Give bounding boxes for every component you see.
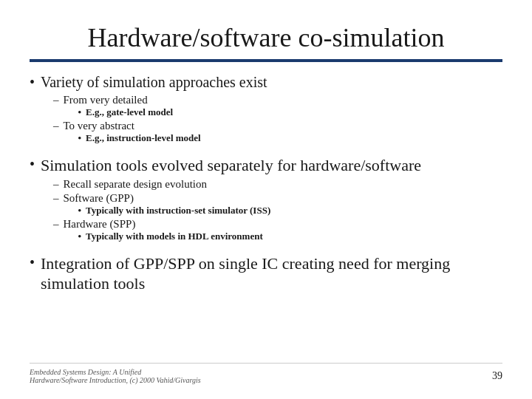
sub-sub-text-1-1-1: E.g., gate-level model xyxy=(86,106,173,118)
bullet-section-3: • Integration of GPP/SPP on single IC cr… xyxy=(30,254,502,296)
bullet-dot-2: • xyxy=(30,156,35,173)
sub-bullet-2-3: – Hardware (SPP) • Typically with models… xyxy=(53,218,502,242)
bullet-1-subs: – From very detailed • E.g., gate-level … xyxy=(53,94,502,144)
footer-line2: Hardware/Software Introduction, (c) 2000… xyxy=(30,376,201,384)
bullet-section-1: • Variety of simulation approaches exist… xyxy=(30,74,502,144)
slide-footer: Embedded Systems Design: A Unified Hardw… xyxy=(30,363,502,384)
sub-sub-1-2: • E.g., instruction-level model xyxy=(78,132,201,144)
sub-bullet-2-1: – Recall separate design evolution xyxy=(53,178,502,191)
title-bar xyxy=(30,59,502,62)
sub-sub-text-1-2-1: E.g., instruction-level model xyxy=(86,132,201,144)
bullet-1-main: • Variety of simulation approaches exist xyxy=(30,74,502,91)
bullet-1-text: Variety of simulation approaches exist xyxy=(41,74,267,91)
bullet-2-text: Simulation tools evolved separately for … xyxy=(41,156,421,175)
dash-1-2: – xyxy=(53,120,59,132)
slide-title: Hardware/software co-simulation xyxy=(30,22,502,53)
sub-sub-text-2-3-1: Typically with models in HDL environment xyxy=(86,231,263,242)
bullet-2-main: • Simulation tools evolved separately fo… xyxy=(30,156,502,175)
mini-dot-1-2-1: • xyxy=(78,132,82,144)
mini-dot-1-1-1: • xyxy=(78,106,82,118)
dash-2-3: – xyxy=(53,218,59,231)
sub-bullet-2-1-text: Recall separate design evolution xyxy=(64,178,208,191)
footer-line1: Embedded Systems Design: A Unified xyxy=(30,368,201,376)
footer-citation: Embedded Systems Design: A Unified Hardw… xyxy=(30,368,201,384)
bullet-3-text: Integration of GPP/SPP on single IC crea… xyxy=(41,254,502,293)
bullet-2-subs: – Recall separate design evolution – Sof… xyxy=(53,178,502,242)
footer-page-number: 39 xyxy=(492,370,502,382)
sub-bullet-2-2-text: Software (GPP) xyxy=(64,192,271,205)
dash-2-1: – xyxy=(53,178,59,191)
sub-bullet-1-2-text: To very abstract xyxy=(64,120,201,132)
sub-bullet-2-2: – Software (GPP) • Typically with instru… xyxy=(53,192,502,216)
sub-bullet-1-1-text: From very detailed xyxy=(64,94,174,106)
sub-bullet-2-3-text: Hardware (SPP) xyxy=(64,218,263,231)
sub-sub-text-2-2-1: Typically with instruction-set simulator… xyxy=(86,205,270,216)
sub-bullet-1-2: – To very abstract • E.g., instruction-l… xyxy=(53,120,502,144)
dash-1-1: – xyxy=(53,94,59,106)
sub-sub-bullet-2-3-1: • Typically with models in HDL environme… xyxy=(78,231,263,242)
mini-dot-2-3-1: • xyxy=(78,231,82,242)
bullet-section-2: • Simulation tools evolved separately fo… xyxy=(30,156,502,242)
sub-sub-bullet-1-2-1: • E.g., instruction-level model xyxy=(78,132,201,144)
slide-content: • Variety of simulation approaches exist… xyxy=(30,74,502,357)
bullet-3-main: • Integration of GPP/SPP on single IC cr… xyxy=(30,254,502,293)
sub-sub-2-3: • Typically with models in HDL environme… xyxy=(78,231,263,242)
mini-dot-2-2-1: • xyxy=(78,205,82,216)
slide: Hardware/software co-simulation • Variet… xyxy=(0,0,532,399)
sub-sub-bullet-1-1-1: • E.g., gate-level model xyxy=(78,106,174,118)
bullet-dot-1: • xyxy=(30,74,35,91)
bullet-dot-3: • xyxy=(30,254,35,271)
sub-sub-1-1: • E.g., gate-level model xyxy=(78,106,174,118)
sub-sub-2-2: • Typically with instruction-set simulat… xyxy=(78,205,271,216)
sub-sub-bullet-2-2-1: • Typically with instruction-set simulat… xyxy=(78,205,271,216)
sub-bullet-1-1: – From very detailed • E.g., gate-level … xyxy=(53,94,502,118)
dash-2-2: – xyxy=(53,192,59,205)
